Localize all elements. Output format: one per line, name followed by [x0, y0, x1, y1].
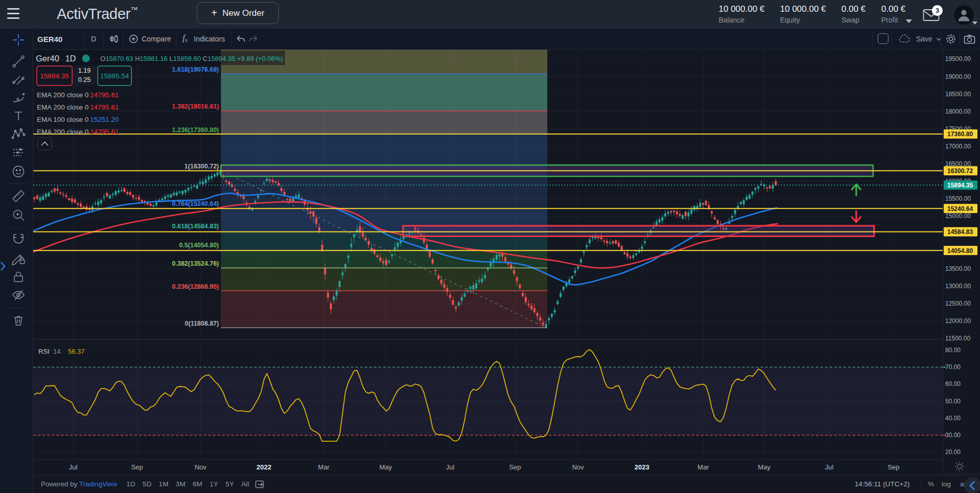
svg-text:15240.64: 15240.64	[947, 205, 973, 212]
svg-text:1.382(18016.61): 1.382(18016.61)	[172, 103, 219, 110]
svg-text:15500.00: 15500.00	[945, 195, 971, 202]
svg-text:1.618(19076.68): 1.618(19076.68)	[172, 66, 219, 73]
svg-text:12000.00: 12000.00	[945, 317, 971, 325]
svg-text:70.00: 70.00	[945, 363, 961, 371]
svg-text:O15870.63 H15981.16 L15859.60: O15870.63 H15981.16 L15859.60 C15894.35 …	[100, 55, 283, 62]
svg-text:60.00: 60.00	[945, 380, 961, 388]
svg-text:15000.00: 15000.00	[945, 212, 971, 220]
svg-text:14795.61: 14795.61	[90, 103, 119, 111]
svg-text:EMA 100 close 0: EMA 100 close 0	[37, 116, 88, 123]
svg-text:18500.00: 18500.00	[945, 91, 971, 98]
svg-text:1.236(17360.80): 1.236(17360.80)	[172, 126, 219, 134]
svg-text:14054.80: 14054.80	[947, 247, 973, 254]
svg-text:14: 14	[53, 348, 60, 355]
svg-text:14795.61: 14795.61	[90, 128, 119, 136]
svg-text:1(16300.72): 1(16300.72)	[185, 163, 219, 170]
svg-text:20.00: 20.00	[945, 448, 961, 456]
svg-text:EMA 200 close 0: EMA 200 close 0	[37, 103, 88, 111]
svg-text:14795.61: 14795.61	[90, 91, 119, 99]
svg-text:0.382(13524.76): 0.382(13524.76)	[172, 260, 219, 267]
svg-text:18000.00: 18000.00	[945, 108, 971, 115]
svg-text:0.25: 0.25	[78, 76, 91, 83]
svg-text:Ger40 · 1D: Ger40 · 1D	[36, 54, 76, 63]
svg-text:1.19: 1.19	[78, 67, 91, 74]
svg-text:17360.80: 17360.80	[947, 131, 973, 138]
svg-text:12500.00: 12500.00	[945, 300, 971, 307]
svg-text:15894.35: 15894.35	[40, 72, 69, 80]
svg-text:14584.83: 14584.83	[947, 228, 973, 235]
svg-text:0.618(14584.83): 0.618(14584.83)	[172, 223, 219, 230]
svg-text:16300.72: 16300.72	[947, 167, 973, 175]
svg-text:15251.20: 15251.20	[90, 116, 119, 123]
svg-text:13000.00: 13000.00	[945, 283, 971, 290]
svg-text:15895.54: 15895.54	[100, 72, 129, 80]
svg-text:80.00: 80.00	[945, 347, 961, 354]
svg-text:30.00: 30.00	[945, 432, 961, 439]
svg-text:50.00: 50.00	[945, 398, 961, 405]
svg-text:EMA 200 close 0: EMA 200 close 0	[37, 128, 88, 136]
svg-text:19000.00: 19000.00	[945, 73, 971, 80]
svg-text:0.5(14054.80): 0.5(14054.80)	[179, 242, 219, 249]
svg-text:0.764(15240.64): 0.764(15240.64)	[172, 200, 219, 207]
svg-text:15894.35: 15894.35	[947, 182, 973, 189]
svg-text:EMA 200 close 0: EMA 200 close 0	[37, 91, 88, 99]
svg-text:56.37: 56.37	[68, 348, 85, 355]
svg-text:RSI: RSI	[38, 348, 50, 355]
svg-text:19500.00: 19500.00	[945, 55, 971, 62]
svg-text:17000.00: 17000.00	[945, 143, 971, 150]
svg-text:0(11808.87): 0(11808.87)	[185, 320, 219, 327]
svg-text:11500.00: 11500.00	[945, 335, 970, 342]
svg-text:13500.00: 13500.00	[945, 265, 971, 272]
svg-text:0.236(12868.95): 0.236(12868.95)	[172, 283, 219, 290]
svg-text:40.00: 40.00	[945, 415, 961, 422]
